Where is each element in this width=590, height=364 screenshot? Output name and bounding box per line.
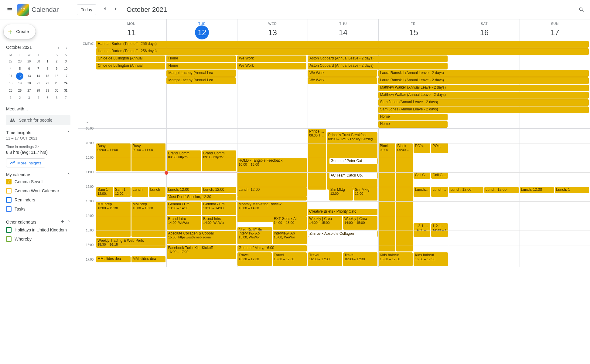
mini-cal-day[interactable]: 14 [34,72,43,80]
calendar-event[interactable]: Lunch, 12:00 [167,187,201,194]
day-column[interactable]: Busy09:00 – 11:00Busy09:00 – 11:00Sam 11… [96,129,166,267]
calendar-event[interactable]: Creative Briefs - Priority Catc [308,209,377,215]
calendar-event[interactable]: MM prep13:00 – 15:30 [131,201,166,237]
mini-cal-day[interactable]: 1 [6,94,15,102]
allday-event[interactable]: Matthew Walker (Annual Leave - 2 days) [378,85,589,91]
allday-event[interactable]: We Work [237,63,306,69]
today-button[interactable]: Today [77,4,96,15]
mini-cal-day[interactable]: 2 [52,58,61,65]
mini-cal-day[interactable]: 1 [43,58,52,65]
allday-event[interactable]: Aston Coppard (Annual Leave - 2 days) [308,63,448,69]
calendar-event[interactable]: Travel16:30 – 17:30 [237,252,272,266]
calendar-event[interactable]: PO's, [431,143,448,153]
mini-cal-day[interactable]: 20 [25,80,34,87]
calendar-event[interactable]: Gemma / Em13:00 – 14:00 [167,201,201,215]
calendar-event[interactable]: Zmirov x Absolute Collagen [308,231,377,237]
mini-cal-day[interactable]: 28 [34,87,43,94]
allday-event[interactable]: We Work [308,70,377,77]
allday-event[interactable]: Laura Ramskill (Annual Leave - 2 days) [378,70,589,77]
mini-cal-day[interactable]: 27 [6,58,15,65]
calendar-event[interactable]: Interview- Ab15:00, WeWor [273,231,307,244]
allday-grid[interactable]: ⌄ Hannah Burton (Time off - 256 days)Han… [96,41,590,128]
allday-event[interactable]: We Work [308,77,377,84]
collapse-allday-button[interactable]: ⌄ [84,120,91,127]
calendar-event[interactable]: Lunch, 1: [431,187,448,197]
calendar-event[interactable]: Lunch, 12:00 [484,187,519,194]
calendar-event[interactable]: Kids haircut16:30 – 17:30 [379,252,413,266]
day-header-cell[interactable]: THU14 [308,19,378,41]
calendar-event[interactable]: Gemma / Peter Cat [329,158,378,164]
mini-cal-day[interactable]: 3 [61,58,70,65]
mini-cal-next[interactable]: › [63,44,70,51]
calendar-event[interactable]: Busy09:00 – 11:00 [96,143,131,172]
calendar-event[interactable]: Weekly Trading & Web Perfo15:30 – 16:15 [96,238,166,248]
calendar-event[interactable]: Snr Mktg12:00 – [329,187,353,201]
mini-cal-day[interactable]: 25 [6,87,15,94]
mini-cal-day[interactable]: 7 [34,65,43,72]
day-header-cell[interactable]: SUN17 [520,19,590,41]
calendar-event[interactable]: Lunch [149,187,166,197]
calendar-event[interactable]: Brand Intro14:00, WeWor [167,216,201,230]
create-button[interactable]: + Create [4,24,36,39]
mini-cal-day[interactable]: 9 [52,65,61,72]
mini-cal-day[interactable]: 29 [25,58,34,65]
mini-cal-day[interactable]: 30 [52,87,61,94]
calendar-event[interactable]: Call Grah [431,172,448,179]
calendar-event[interactable]: Lunch, 12:00 [520,187,554,194]
prev-period-button[interactable] [100,5,110,15]
calendar-checkbox[interactable] [6,227,12,233]
day-number[interactable]: 16 [477,25,491,39]
allday-event[interactable]: Hannah Burton (Time off - 256 days) [96,41,589,48]
mini-cal-day[interactable]: 31 [61,87,70,94]
mini-cal-day[interactable]: 7 [61,94,70,102]
mini-cal-day[interactable]: 28 [15,58,24,65]
mini-cal-day[interactable]: 5 [15,65,24,72]
calendar-event[interactable]: Lunch, 12:00 [202,187,237,194]
mini-cal-day[interactable]: 29 [43,87,52,94]
day-header-cell[interactable]: MON11 [96,19,166,41]
allday-event[interactable]: Matthew Walker (Annual Leave - 2 days) [378,92,589,99]
day-number[interactable]: 11 [124,25,138,39]
allday-event[interactable]: Chloe de Lullington (Annual [96,56,165,62]
mini-cal-day[interactable]: 30 [34,58,43,65]
allday-event[interactable]: Sam Jones (Annual Leave - 2 days) [378,106,589,113]
allday-event[interactable]: Home [166,63,236,69]
calendar-event[interactable]: Travel16:30 – 17:30 [273,252,307,266]
calendar-event[interactable]: Call Grah [414,172,431,179]
calendar-event[interactable]: Block09:00 [379,143,396,252]
calendar-event[interactable]: Travel16:30 – 17:30 [343,252,378,266]
calendar-item[interactable]: Reminders [6,195,70,204]
mini-cal-day[interactable]: 22 [43,80,52,87]
allday-event[interactable]: Margot Laceby (Annual Lea [166,77,236,84]
day-column[interactable]: Lunch, 12:00Lunch, 12:00 [449,129,519,267]
calendar-event[interactable]: Busy09:00 – 11:00 [131,143,166,172]
mini-cal-day[interactable]: 16 [52,72,61,80]
calendar-checkbox[interactable] [6,206,12,212]
day-column[interactable]: Block09:00Block09:00 –PO's,PO's,Call Gra… [378,129,449,267]
calendar-event[interactable]: Lunch, 1: [414,187,431,197]
mini-cal-day[interactable]: 6 [52,94,61,102]
calendar-event[interactable]: 1-2-1 Ma14:30 – 1 [414,223,431,237]
allday-event[interactable]: Laura Ramskill (Annual Leave - 2 days) [378,77,589,84]
calendar-item[interactable]: Holidays in United Kingdom [6,225,70,234]
calendar-event[interactable]: Brand Comm09:30, http://v [202,150,237,172]
calendar-event[interactable]: Sam 112:00, [96,187,113,197]
calendar-event[interactable]: Interview- Ab15:00, WeWor [237,231,272,244]
mini-cal-day[interactable]: 3 [25,94,34,102]
mini-cal-day[interactable]: 6 [25,65,34,72]
next-period-button[interactable] [111,5,121,15]
mini-cal-day[interactable]: 23 [52,80,61,87]
calendar-event[interactable]: Prince Trust Break08:00 The Iv Birmingha… [308,129,326,190]
mini-cal-day[interactable]: 2 [15,94,24,102]
mini-cal-day[interactable]: 17 [61,72,70,80]
calendar-event[interactable]: Sam 112:00, http [114,187,131,197]
calendar-checkbox[interactable] [6,236,12,242]
calendar-item[interactable]: Gemma Sewell [6,177,70,186]
mini-cal-prev[interactable]: ‹ [55,44,62,51]
calendar-event[interactable]: Kids haircut16:30 – 17:30 [414,252,448,266]
calendar-event[interactable]: Absolute Collagen & CoppaF15:00, https:/… [167,231,236,244]
day-column[interactable]: Lunch, 12:00Lunch, 1 [520,129,590,267]
allday-event[interactable]: Margot Laceby (Annual Lea [166,70,236,77]
mini-cal-day[interactable]: 15 [43,72,52,80]
allday-event[interactable]: Hannah Burton (Time off - 256 days) [96,48,589,55]
